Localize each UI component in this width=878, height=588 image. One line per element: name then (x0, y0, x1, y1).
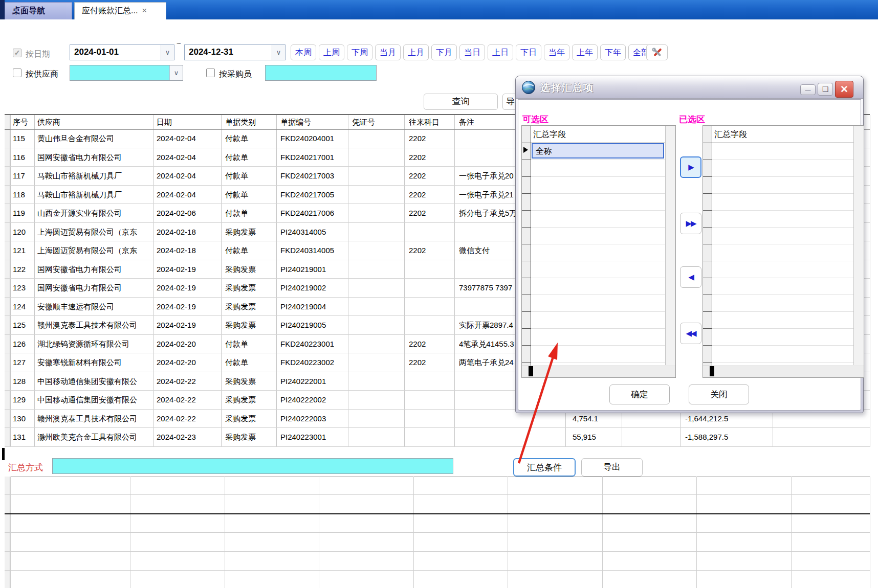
horizontal-scrollbar[interactable] (703, 366, 864, 377)
move-left-button[interactable]: ◀ (680, 266, 701, 288)
move-right-button[interactable]: ▶ (680, 156, 701, 178)
tab-close-icon[interactable]: × (142, 6, 147, 15)
maximize-button[interactable]: ❑ (818, 83, 833, 96)
cell-date[interactable]: 2024-02-20 (157, 353, 221, 372)
cell-doc[interactable]: PI240219001 (280, 260, 348, 279)
chevron-down-icon[interactable]: ∨ (161, 45, 174, 60)
date-tools-button[interactable] (646, 44, 668, 60)
cell-seq[interactable]: 117 (13, 167, 34, 186)
vertical-scrollbar[interactable] (853, 126, 864, 365)
selected-fields-list[interactable]: 汇总字段 (703, 125, 864, 378)
cell-type[interactable]: 采购发票 (225, 279, 276, 298)
cell-date[interactable]: 2024-02-22 (157, 410, 221, 428)
cell-supplier[interactable]: 山西金开源实业有限公司 (37, 204, 153, 223)
cell-date[interactable]: 2024-02-04 (157, 167, 221, 186)
quick-date-button-8[interactable]: 上日 (488, 44, 513, 60)
cell-seq[interactable]: 124 (13, 298, 34, 316)
chevron-down-icon[interactable]: ∨ (272, 45, 285, 60)
cell-date[interactable]: 2024-02-19 (157, 316, 221, 335)
cell-type[interactable]: 付款单 (225, 167, 276, 186)
cell-seq[interactable]: 129 (13, 391, 34, 410)
available-fields-list[interactable]: 汇总字段全称 (521, 125, 676, 378)
cell-type[interactable]: 付款单 (225, 353, 276, 372)
cell-type[interactable]: 付款单 (225, 335, 276, 354)
cell-type[interactable]: 采购发票 (225, 316, 276, 335)
cell-supplier[interactable]: 安徽寒锐新材料有限公司 (37, 353, 153, 372)
cell-doc[interactable]: FKD240217006 (280, 204, 348, 223)
quick-date-button-4[interactable]: 当月 (375, 44, 401, 60)
cell-seq[interactable]: 118 (13, 186, 34, 205)
quick-date-button-3[interactable]: 下周 (347, 44, 372, 60)
cell-supplier[interactable]: 滁州欧美克合金工具有限公司 (37, 428, 153, 447)
cell-type[interactable]: 付款单 (225, 241, 276, 260)
scrollbar-thumb[interactable] (529, 366, 533, 376)
close-button[interactable]: ✕ (835, 81, 853, 98)
cell-doc[interactable]: PI240223001 (280, 428, 348, 447)
cell-account[interactable]: 2202 (409, 148, 454, 167)
cell-doc[interactable]: FKD240217005 (280, 186, 348, 205)
cell-account[interactable]: 2202 (409, 241, 454, 260)
vertical-scrollbar[interactable] (665, 126, 675, 365)
cell-doc[interactable]: FKD240217001 (280, 148, 348, 167)
cell-supplier[interactable]: 赣州澳克泰工具技术有限公司 (37, 316, 153, 335)
minimize-button[interactable]: — (800, 84, 816, 95)
cell-seq[interactable]: 120 (13, 223, 34, 242)
cell-supplier[interactable]: 国网安徽省电力有限公司 (37, 260, 153, 279)
cell-type[interactable]: 采购发票 (225, 298, 276, 316)
cell-date[interactable]: 2024-02-06 (157, 204, 221, 223)
summary-condition-button[interactable]: 汇总条件 (513, 458, 576, 477)
cell-date[interactable]: 2024-02-22 (157, 372, 221, 391)
ok-button[interactable]: 确定 (609, 385, 670, 404)
cell-date[interactable]: 2024-02-19 (157, 260, 221, 279)
cell-type[interactable]: 采购发票 (225, 428, 276, 447)
cell-seq[interactable]: 125 (13, 316, 34, 335)
cell-doc[interactable]: PI240219004 (280, 298, 348, 316)
cell-seq[interactable]: 121 (13, 241, 34, 260)
cell-supplier[interactable]: 上海圆迈贸易有限公司（京东 (37, 223, 153, 242)
export-bottom-button[interactable]: 导出 (581, 458, 643, 477)
cell-date[interactable]: 2024-02-20 (157, 335, 221, 354)
move-all-right-button[interactable]: ▶▶ (680, 213, 701, 234)
cell-seq[interactable]: 127 (13, 353, 34, 372)
cell-doc[interactable]: PI240219005 (280, 316, 348, 335)
quick-date-button-1[interactable]: 本周 (291, 44, 316, 60)
cell-date[interactable]: 2024-02-04 (157, 129, 221, 148)
dialog-titlebar[interactable]: 选择汇总项 — ❑ ✕ (516, 76, 863, 99)
cell-doc[interactable]: PI240219002 (280, 279, 348, 298)
query-button[interactable]: 查询 (424, 94, 498, 110)
date-to-combo[interactable]: 2024-12-31 ∨ (184, 44, 286, 60)
cell-seq[interactable]: 126 (13, 335, 34, 354)
close-dialog-button[interactable]: 关闭 (689, 385, 749, 404)
horizontal-scrollbar[interactable] (522, 366, 675, 377)
cell-supplier[interactable]: 马鞍山市裕新机械刀具厂 (37, 167, 153, 186)
by-supplier-checkbox[interactable] (13, 69, 21, 77)
cell-type[interactable]: 付款单 (225, 148, 276, 167)
cell-supplier[interactable]: 国网安徽省电力有限公司 (37, 279, 153, 298)
cell-seq[interactable]: 123 (13, 279, 34, 298)
cell-date[interactable]: 2024-02-23 (157, 428, 221, 447)
buyer-input[interactable] (265, 65, 377, 81)
supplier-combo[interactable]: ∨ (70, 65, 183, 81)
cell-date[interactable]: 2024-02-04 (157, 186, 221, 205)
quick-date-button-5[interactable]: 上月 (403, 44, 429, 60)
cell-type[interactable]: 采购发票 (225, 372, 276, 391)
quick-date-button-12[interactable]: 下年 (600, 44, 626, 60)
quick-date-button-9[interactable]: 下日 (516, 44, 541, 60)
list-item-selected[interactable]: 全称 (532, 143, 664, 159)
cell-supplier[interactable]: 中国移动通信集团安徽有限公 (37, 372, 153, 391)
cell-supplier[interactable]: 马鞍山市裕新机械刀具厂 (37, 186, 153, 205)
cell-date[interactable]: 2024-02-22 (157, 391, 221, 410)
cell-supplier[interactable]: 湖北绿钨资源循环有限公司 (37, 335, 153, 354)
cell-seq[interactable]: 128 (13, 372, 34, 391)
cell-supplier[interactable]: 国网安徽省电力有限公司 (37, 148, 153, 167)
tab-desktop-nav[interactable]: 桌面导航 (5, 2, 72, 19)
date-from-combo[interactable]: 2024-01-01 ∨ (70, 44, 174, 60)
cell-seq[interactable]: 115 (13, 129, 34, 148)
cell-supplier[interactable]: 上海圆迈贸易有限公司（京东 (37, 241, 153, 260)
quick-date-button-2[interactable]: 上周 (319, 44, 344, 60)
cell-seq[interactable]: 131 (13, 428, 34, 447)
cell-amt2[interactable]: -1,588,297.5 (685, 428, 773, 447)
cell-account[interactable]: 2202 (409, 353, 454, 372)
cell-date[interactable]: 2024-02-19 (157, 298, 221, 316)
tab-payable-summary[interactable]: 应付账款汇总...× (74, 2, 166, 19)
